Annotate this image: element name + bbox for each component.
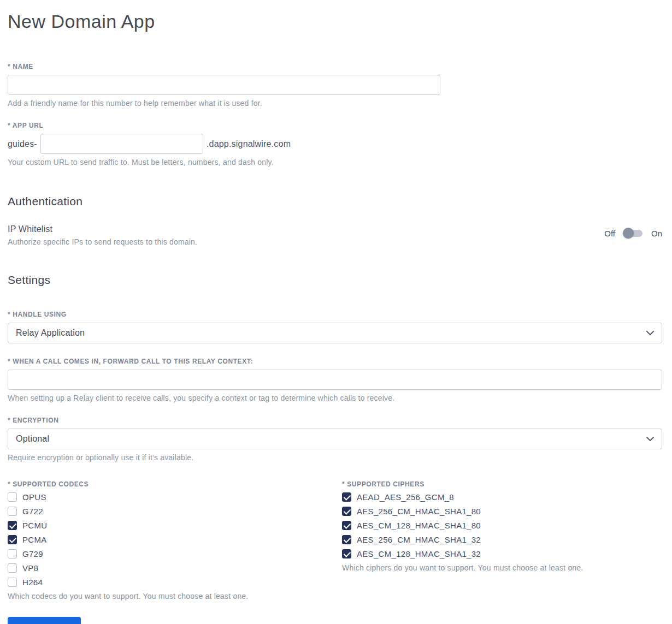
- chevron-down-icon: [646, 437, 654, 442]
- app-url-prefix: guides-: [8, 139, 37, 149]
- codec-checkbox-label[interactable]: OPUS: [22, 492, 46, 502]
- handle-using-label: * Handle using: [8, 311, 662, 318]
- codec-checkbox-row[interactable]: G722: [8, 507, 342, 516]
- codec-checkbox-row[interactable]: PCMU: [8, 521, 342, 530]
- relay-context-input[interactable]: [8, 370, 662, 390]
- handle-using-value: Relay Application: [16, 328, 85, 338]
- app-url-field: * App URL guides- .dapp.signalwire.com Y…: [8, 122, 662, 167]
- encryption-field: * Encryption Optional Require encryption…: [8, 417, 662, 462]
- cipher-checkbox-label[interactable]: AES_256_CM_HMAC_SHA1_80: [357, 507, 481, 516]
- codec-checkbox-label[interactable]: H264: [22, 578, 43, 587]
- chevron-down-icon: [646, 331, 654, 336]
- ip-whitelist-toggle[interactable]: [623, 228, 644, 239]
- checkbox-icon[interactable]: [342, 521, 351, 530]
- codec-checkbox-label[interactable]: G729: [22, 549, 43, 558]
- supported-ciphers-group: * Supported ciphers AEAD_AES_256_GCM_8 A…: [342, 480, 662, 601]
- toggle-thumb-icon: [623, 228, 634, 239]
- ciphers-list: AEAD_AES_256_GCM_8 AES_256_CM_HMAC_SHA1_…: [342, 492, 662, 558]
- toggle-off-label: Off: [604, 229, 615, 238]
- supported-codecs-group: * Supported codecs OPUS G722: [8, 480, 342, 601]
- checkbox-icon[interactable]: [8, 578, 17, 587]
- encryption-label: * Encryption: [8, 417, 662, 424]
- new-domain-app-page: New Domain App * Name Add a friendly nam…: [0, 0, 672, 624]
- cipher-checkbox-row[interactable]: AES_256_CM_HMAC_SHA1_80: [342, 507, 662, 516]
- cipher-checkbox-row[interactable]: AES_256_CM_HMAC_SHA1_32: [342, 535, 662, 544]
- app-url-row: guides- .dapp.signalwire.com: [8, 134, 662, 154]
- cipher-checkbox-row[interactable]: AEAD_AES_256_GCM_8: [342, 492, 662, 502]
- codec-checkbox-row[interactable]: OPUS: [8, 492, 342, 502]
- cipher-checkbox-label[interactable]: AES_CM_128_HMAC_SHA1_80: [357, 521, 481, 530]
- app-url-suffix: .dapp.signalwire.com: [207, 139, 291, 149]
- toggle-on-label: On: [651, 229, 662, 238]
- checkbox-icon[interactable]: [342, 549, 351, 558]
- cipher-checkbox-row[interactable]: AES_CM_128_HMAC_SHA1_32: [342, 549, 662, 558]
- relay-context-field: * When a call comes in, forward call to …: [8, 358, 662, 402]
- checkbox-icon[interactable]: [8, 521, 17, 530]
- name-help: Add a friendly name for this number to h…: [8, 99, 662, 108]
- handle-using-select[interactable]: Relay Application: [8, 323, 662, 343]
- app-url-help: Your custom URL to send traffic to. Must…: [8, 158, 662, 167]
- name-input[interactable]: [8, 75, 440, 95]
- codec-checkbox-row[interactable]: VP8: [8, 563, 342, 573]
- codec-cipher-columns: * Supported codecs OPUS G722: [8, 480, 662, 601]
- checkbox-icon[interactable]: [8, 549, 17, 558]
- app-url-label: * App URL: [8, 122, 662, 129]
- checkbox-icon[interactable]: [342, 535, 351, 544]
- page-title: New Domain App: [8, 11, 662, 32]
- encryption-select[interactable]: Optional: [8, 429, 662, 449]
- ip-whitelist-row: IP Whitelist Authorize specific IPs to s…: [8, 224, 662, 246]
- cipher-checkbox-label[interactable]: AES_CM_128_HMAC_SHA1_32: [357, 549, 481, 558]
- supported-codecs-help: Which codecs do you want to support. You…: [8, 592, 342, 601]
- ip-whitelist-toggle-group: Off On: [604, 228, 662, 239]
- codecs-list: OPUS G722 PCMU PCMA: [8, 492, 342, 587]
- codec-checkbox-label[interactable]: PCMA: [22, 535, 47, 544]
- relay-context-help: When setting up a Relay client to receiv…: [8, 394, 662, 402]
- cipher-checkbox-row[interactable]: AES_CM_128_HMAC_SHA1_80: [342, 521, 662, 530]
- name-field: * Name Add a friendly name for this numb…: [8, 63, 662, 108]
- codec-checkbox-row[interactable]: G729: [8, 549, 342, 558]
- cipher-checkbox-label[interactable]: AES_256_CM_HMAC_SHA1_32: [357, 535, 481, 544]
- codec-checkbox-row[interactable]: PCMA: [8, 535, 342, 544]
- authentication-heading: Authentication: [8, 195, 662, 208]
- ip-whitelist-description: Authorize specific IPs to send requests …: [8, 237, 197, 246]
- checkbox-icon[interactable]: [8, 507, 17, 516]
- checkbox-icon[interactable]: [8, 492, 17, 502]
- checkbox-icon[interactable]: [8, 563, 17, 573]
- supported-ciphers-label: * Supported ciphers: [342, 480, 662, 488]
- encryption-help: Require encryption or optionally use it …: [8, 453, 662, 462]
- checkbox-icon[interactable]: [342, 492, 351, 502]
- supported-ciphers-help: Which ciphers do you want to support. Yo…: [342, 563, 662, 572]
- checkbox-icon[interactable]: [8, 535, 17, 544]
- settings-heading: Settings: [8, 274, 662, 287]
- codec-checkbox-row[interactable]: H264: [8, 578, 342, 587]
- codec-checkbox-label[interactable]: VP8: [22, 563, 38, 573]
- supported-codecs-label: * Supported codecs: [8, 480, 342, 488]
- codec-checkbox-label[interactable]: PCMU: [22, 521, 47, 530]
- ip-whitelist-text: IP Whitelist Authorize specific IPs to s…: [8, 224, 197, 246]
- cipher-checkbox-label[interactable]: AEAD_AES_256_GCM_8: [357, 492, 454, 502]
- app-url-input[interactable]: [40, 134, 203, 154]
- checkbox-icon[interactable]: [342, 507, 351, 516]
- name-label: * Name: [8, 63, 662, 70]
- handle-using-field: * Handle using Relay Application: [8, 311, 662, 343]
- codec-checkbox-label[interactable]: G722: [22, 507, 43, 516]
- save-button[interactable]: Save: [8, 617, 81, 624]
- relay-context-label: * When a call comes in, forward call to …: [8, 358, 662, 365]
- encryption-value: Optional: [16, 434, 49, 444]
- ip-whitelist-label: IP Whitelist: [8, 224, 197, 234]
